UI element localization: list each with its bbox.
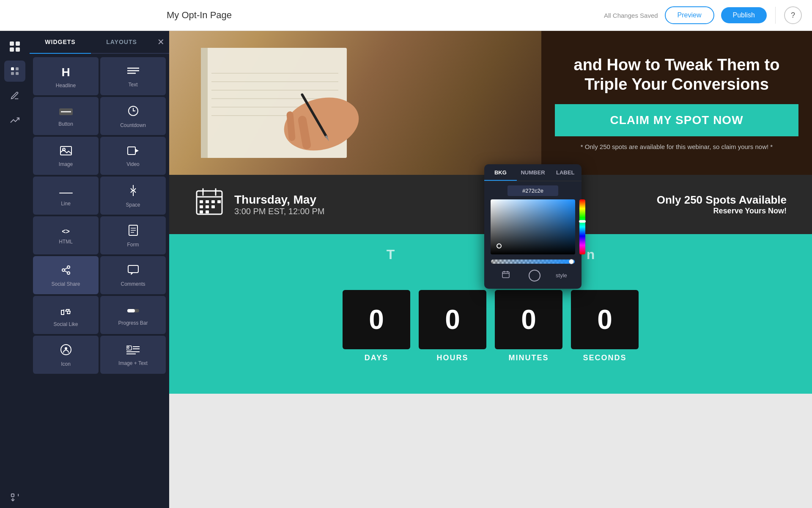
save-status: All Changes Saved — [604, 12, 658, 19]
cp-tab-label[interactable]: LABEL — [549, 164, 582, 181]
gradient-thumb[interactable] — [497, 243, 502, 248]
color-picker-popup: BKG NUMBER LABEL #272c2e — [484, 164, 582, 289]
help-button[interactable]: ? — [784, 6, 802, 24]
widget-form[interactable]: Form — [100, 216, 166, 254]
widget-button-label: Button — [58, 121, 73, 127]
days-label: DAYS — [365, 353, 388, 362]
widget-progress-bar-label: Progress Bar — [118, 320, 148, 326]
widget-icon[interactable]: Icon — [33, 336, 99, 374]
spots-title: Only 250 Spots Available — [657, 193, 787, 207]
svg-rect-63 — [211, 200, 215, 203]
cp-hex-input: #272c2e — [484, 185, 582, 196]
svg-rect-64 — [217, 200, 221, 203]
image-icon — [60, 146, 72, 158]
widget-line-label: Line — [61, 201, 71, 207]
svg-rect-51 — [201, 48, 208, 158]
svg-rect-32 — [128, 265, 138, 273]
svg-line-31 — [64, 268, 67, 270]
widget-html[interactable]: <> HTML — [33, 216, 99, 254]
date-info: Thursday, May 3:00 PM EST, 12:00 PM — [234, 193, 324, 216]
svg-rect-67 — [211, 205, 215, 208]
color-gradient-picker[interactable] — [491, 199, 575, 254]
svg-rect-68 — [200, 210, 203, 213]
close-panel-button[interactable]: ✕ — [152, 31, 169, 53]
widget-countdown[interactable]: Countdown — [100, 97, 166, 135]
sidebar-chart-icon[interactable] — [4, 110, 25, 131]
widget-countdown-label: Countdown — [120, 122, 146, 128]
sidebar-logo — [4, 36, 25, 57]
social-share-icon — [61, 265, 71, 278]
widget-video[interactable]: Video — [100, 137, 166, 175]
comments-icon — [128, 265, 139, 278]
spots-info: Only 250 Spots Available Reserve Yours N… — [657, 193, 787, 215]
tab-widgets[interactable]: WIDGETS — [30, 31, 91, 53]
main-layout: WIDGETS LAYOUTS ✕ H Headline Text — [0, 31, 812, 508]
canvas-area[interactable]: and How to Tweak Them to Triple Your Con… — [169, 31, 812, 508]
line-icon — [59, 186, 73, 197]
sidebar-widgets-icon[interactable] — [4, 61, 25, 82]
social-like-icon — [60, 304, 71, 318]
widget-image-text[interactable]: Image + Text — [100, 336, 166, 374]
hero-subtext: * Only 250 spots are available for this … — [581, 143, 773, 150]
cp-style-button[interactable]: style — [556, 272, 567, 279]
minutes-box: 0 — [495, 290, 562, 349]
hex-value-input[interactable]: #272c2e — [508, 185, 558, 196]
svg-rect-8 — [11, 494, 14, 497]
svg-rect-69 — [206, 210, 209, 213]
widget-space[interactable]: Space — [100, 177, 166, 215]
progress-bar-icon — [127, 306, 139, 317]
spectrum-thumb[interactable] — [579, 220, 586, 223]
svg-rect-6 — [11, 72, 14, 75]
alpha-slider[interactable] — [491, 260, 575, 264]
widget-video-label: Video — [126, 161, 139, 167]
hours-box: 0 — [419, 290, 486, 349]
widget-comments[interactable]: Comments — [100, 256, 166, 294]
page-title: My Opt-In Page — [167, 10, 604, 21]
svg-rect-70 — [502, 272, 509, 278]
tab-layouts[interactable]: LAYOUTS — [91, 31, 152, 53]
widget-headline[interactable]: H Headline — [33, 57, 99, 95]
widget-headline-label: Headline — [56, 83, 76, 88]
panel-header: WIDGETS LAYOUTS ✕ — [30, 31, 169, 54]
hours-label: HOURS — [436, 353, 468, 362]
cp-bottom-row: style — [484, 269, 582, 282]
button-icon — [59, 107, 73, 118]
svg-point-27 — [67, 266, 70, 268]
claim-button[interactable]: CLAIM MY SPOT NOW — [555, 104, 798, 136]
widget-social-share-label: Social Share — [51, 281, 80, 287]
text-icon — [127, 66, 139, 78]
seconds-label: SECONDS — [583, 353, 626, 362]
widget-comments-label: Comments — [121, 281, 145, 287]
placeholder-left — [250, 284, 334, 368]
widget-progress-bar[interactable]: Progress Bar — [100, 296, 166, 334]
widget-line[interactable]: Line — [33, 177, 99, 215]
minutes-label: MINUTES — [509, 353, 549, 362]
spectrum-slider[interactable] — [579, 199, 585, 254]
sidebar-download-icon[interactable] — [4, 487, 25, 508]
date-text: Thursday, May — [234, 193, 324, 207]
svg-rect-34 — [127, 309, 135, 312]
svg-point-28 — [62, 269, 65, 271]
widget-social-share[interactable]: Social Share — [33, 256, 99, 294]
cp-tab-bkg[interactable]: BKG — [484, 164, 517, 181]
form-icon — [129, 225, 138, 238]
alpha-thumb[interactable] — [569, 259, 574, 264]
svg-marker-19 — [136, 149, 139, 152]
sidebar-icons — [0, 31, 30, 508]
cp-alpha-row — [484, 260, 582, 264]
widgets-panel: WIDGETS LAYOUTS ✕ H Headline Text — [30, 31, 169, 508]
spots-sub: Reserve Yours Now! — [657, 207, 787, 215]
widget-image[interactable]: Image — [33, 137, 99, 175]
cp-calendar-button[interactable] — [499, 269, 513, 282]
placeholder-right — [647, 284, 732, 368]
widget-button[interactable]: Button — [33, 97, 99, 135]
top-bar-actions: All Changes Saved Preview Publish ? — [604, 6, 802, 24]
publish-button[interactable]: Publish — [721, 7, 767, 23]
cp-tab-number[interactable]: NUMBER — [517, 164, 549, 181]
widget-social-like[interactable]: Social Like — [33, 296, 99, 334]
sidebar-pen-icon[interactable] — [4, 85, 25, 106]
cp-circle-button[interactable] — [529, 270, 540, 282]
widget-text[interactable]: Text — [100, 57, 166, 95]
space-icon — [129, 185, 138, 199]
preview-button[interactable]: Preview — [665, 6, 714, 24]
